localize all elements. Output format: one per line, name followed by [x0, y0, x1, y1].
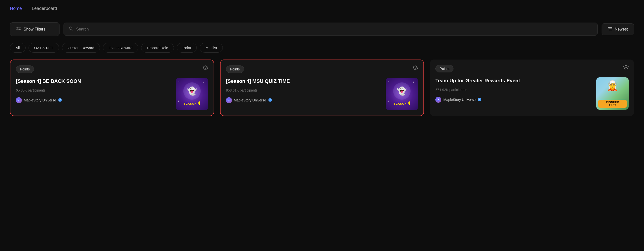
- star-deco: ✦: [387, 100, 389, 103]
- card-2-verified-icon: [268, 98, 272, 103]
- card-1-body: [Season 4] BE BACK SOON 65.35K participa…: [16, 78, 208, 110]
- filter-icon: [16, 26, 21, 32]
- svg-point-12: [18, 100, 19, 101]
- card-1-participants: 65.35K participants: [16, 88, 173, 92]
- card-2-info: [Season 4] MSU QUIZ TIME 858.61K partici…: [226, 78, 383, 103]
- card-2[interactable]: Points [Season 4] MSU QUIZ TIME 858.61K …: [220, 60, 424, 116]
- toolbar: Show Filters Newest: [10, 22, 634, 36]
- ghost-circle: 👻: [183, 82, 201, 100]
- tab-leaderboard[interactable]: Leaderboard: [32, 6, 57, 15]
- card-3-project-icon: [435, 97, 441, 103]
- tab-home[interactable]: Home: [10, 6, 22, 15]
- card-2-project-icon: [226, 97, 232, 103]
- card-1-footer: MapleStory Universe: [16, 97, 173, 103]
- card-2-body: [Season 4] MSU QUIZ TIME 858.61K partici…: [226, 78, 418, 110]
- pill-custom-reward[interactable]: Custom Reward: [62, 43, 100, 52]
- card-1-project-name: MapleStory Universe: [24, 98, 56, 102]
- layers-icon-3: [623, 65, 628, 72]
- svg-point-15: [228, 100, 230, 101]
- star-deco: ✦: [412, 81, 414, 84]
- pill-all[interactable]: All: [10, 43, 26, 52]
- card-3-top: Points: [435, 65, 628, 72]
- show-filters-button[interactable]: Show Filters: [10, 22, 60, 36]
- card-2-top: Points: [226, 66, 418, 73]
- season-num-2: 4: [408, 101, 410, 106]
- star-deco: ✦: [203, 81, 205, 84]
- card-1-verified-icon: [58, 98, 62, 103]
- search-input[interactable]: [76, 27, 592, 32]
- card-3-body: Team Up for Greater Rewards Event 571.92…: [435, 78, 628, 110]
- pill-oat-nft[interactable]: OAT & NFT: [28, 43, 59, 52]
- card-2-participants: 858.61K participants: [226, 88, 383, 92]
- star-deco: ✦: [177, 100, 179, 103]
- svg-line-7: [72, 29, 73, 31]
- card-2-title: [Season 4] MSU QUIZ TIME: [226, 78, 383, 84]
- sort-label: Newest: [615, 27, 628, 32]
- card-2-image: ✦ ✦ ✦ 👻 SEASON 4: [386, 78, 418, 110]
- filter-pills: All OAT & NFT Custom Reward Token Reward…: [10, 43, 634, 52]
- card-1-badge: Points: [16, 66, 34, 73]
- sort-button[interactable]: Newest: [602, 23, 634, 35]
- season-num: 4: [198, 101, 200, 106]
- pill-discord-role[interactable]: Discord Role: [141, 43, 174, 52]
- search-bar: [64, 22, 598, 36]
- card-1-project-icon: [16, 97, 22, 103]
- card-1-info: [Season 4] BE BACK SOON 65.35K participa…: [16, 78, 173, 103]
- search-icon: [69, 26, 73, 32]
- svg-point-18: [438, 99, 439, 100]
- pill-point[interactable]: Point: [177, 43, 197, 52]
- sort-icon: [608, 27, 612, 32]
- cards-grid: Points [Season 4] BE BACK SOON 65.35K pa…: [10, 60, 634, 126]
- pioneer-character: 🧝: [606, 80, 619, 92]
- card-2-footer: MapleStory Universe: [226, 97, 383, 103]
- layers-icon-2: [412, 66, 418, 72]
- card-1-image: ✦ ✦ ✦ 👻 SEASON 4: [176, 78, 208, 110]
- card-1-top: Points: [16, 66, 208, 73]
- card-2-project-name: MapleStory Universe: [234, 98, 266, 102]
- star-deco: ✦: [388, 80, 390, 82]
- season-text: SEASON: [184, 102, 196, 105]
- filter-button-label: Show Filters: [24, 27, 46, 32]
- svg-point-0: [17, 27, 18, 28]
- card-3-info: Team Up for Greater Rewards Event 571.92…: [435, 78, 594, 103]
- season-text-2: SEASON: [394, 102, 406, 105]
- ghost-emoji-2: 👻: [397, 86, 407, 96]
- star-deco: ✦: [178, 80, 180, 82]
- card-3-participants: 571.92K participants: [435, 88, 594, 92]
- nav-tabs: Home Leaderboard: [10, 0, 634, 16]
- card-3-verified-icon: [478, 98, 482, 102]
- card-3-title: Team Up for Greater Rewards Event: [435, 78, 594, 84]
- ghost-circle-2: 👻: [393, 82, 410, 100]
- svg-point-1: [19, 29, 20, 30]
- card-3-badge: Points: [435, 65, 454, 72]
- card-3-footer: MapleStory Universe: [435, 97, 594, 103]
- pill-mintlist[interactable]: Mintlist: [200, 43, 223, 52]
- card-3[interactable]: Points Team Up for Greater Rewards Event…: [430, 60, 634, 116]
- card-3-project-name: MapleStory Universe: [443, 98, 476, 102]
- card-1[interactable]: Points [Season 4] BE BACK SOON 65.35K pa…: [10, 60, 214, 116]
- ghost-emoji: 👻: [187, 86, 197, 96]
- card-1-title: [Season 4] BE BACK SOON: [16, 78, 173, 84]
- pill-token-reward[interactable]: Token Reward: [103, 43, 138, 52]
- card-2-badge: Points: [226, 66, 244, 73]
- pioneer-badge: PIONEERTEST: [598, 100, 627, 108]
- layers-icon-1: [203, 66, 208, 72]
- card-3-image: 🧝 PIONEERTEST: [596, 78, 628, 110]
